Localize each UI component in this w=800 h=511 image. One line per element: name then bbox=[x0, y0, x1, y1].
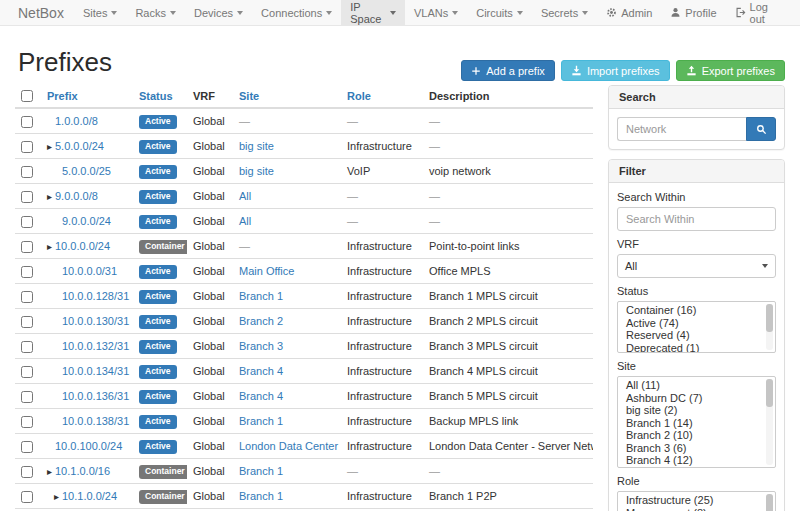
prefix-link[interactable]: 9.0.0.0/24 bbox=[62, 215, 111, 227]
select-all-checkbox[interactable] bbox=[21, 90, 33, 102]
nav-item-vlans[interactable]: VLANs bbox=[405, 0, 467, 25]
prefix-link[interactable]: 10.0.0.128/31 bbox=[62, 290, 129, 302]
status-filter-listbox[interactable]: Container (16)Active (74)Reserved (4)Dep… bbox=[617, 301, 776, 353]
row-checkbox[interactable] bbox=[21, 391, 33, 403]
export-prefixes-button[interactable]: Export prefixes bbox=[676, 60, 785, 81]
row-checkbox[interactable] bbox=[21, 341, 33, 353]
scrollbar-thumb[interactable] bbox=[766, 379, 773, 407]
row-checkbox[interactable] bbox=[21, 316, 33, 328]
site-link[interactable]: Branch 4 bbox=[239, 390, 283, 402]
add-a-prefix-button[interactable]: Add a prefix bbox=[461, 60, 555, 81]
prefix-link[interactable]: 10.0.0.132/31 bbox=[62, 340, 129, 352]
row-select-cell bbox=[15, 209, 41, 234]
status-filter-option[interactable]: Reserved (4) bbox=[618, 329, 775, 342]
nav-item-admin[interactable]: Admin bbox=[597, 0, 661, 25]
site-link[interactable]: All bbox=[239, 190, 251, 202]
column-header-site[interactable]: Site bbox=[233, 85, 341, 108]
site-filter-option[interactable]: Ashburn DC (7) bbox=[618, 392, 775, 405]
site-filter-option[interactable]: Branch 1 (14) bbox=[618, 417, 775, 430]
prefix-link[interactable]: 10.0.0.0/24 bbox=[55, 240, 110, 252]
search-input[interactable] bbox=[617, 117, 746, 141]
nav-item-circuits[interactable]: Circuits bbox=[467, 0, 532, 25]
site-filter-option[interactable]: big site (2) bbox=[618, 404, 775, 417]
role-filter-option[interactable]: Management (8) bbox=[618, 507, 775, 511]
site-filter-option[interactable]: Branch 5 (7) bbox=[618, 467, 775, 469]
site-filter-option[interactable]: Branch 2 (10) bbox=[618, 429, 775, 442]
row-checkbox[interactable] bbox=[21, 191, 33, 203]
role-filter-option[interactable]: Infrastructure (25) bbox=[618, 494, 775, 507]
row-checkbox[interactable] bbox=[21, 116, 33, 128]
site-cell: Branch 3 bbox=[233, 334, 341, 359]
site-link[interactable]: Main Office bbox=[239, 265, 294, 277]
row-checkbox[interactable] bbox=[21, 416, 33, 428]
site-link[interactable]: big site bbox=[239, 165, 274, 177]
column-header-role[interactable]: Role bbox=[341, 85, 423, 108]
prefix-link[interactable]: 9.0.0.0/8 bbox=[55, 190, 98, 202]
search-within-input[interactable] bbox=[617, 207, 776, 231]
role-filter-listbox[interactable]: Infrastructure (25)Management (8)Private… bbox=[617, 491, 776, 511]
site-cell: All bbox=[233, 184, 341, 209]
nav-item-devices[interactable]: Devices bbox=[185, 0, 252, 25]
site-link[interactable]: Branch 1 bbox=[239, 415, 283, 427]
scrollbar-thumb[interactable] bbox=[766, 304, 773, 332]
status-filter-option[interactable]: Active (74) bbox=[618, 317, 775, 330]
site-filter-listbox[interactable]: All (11)Ashburn DC (7)big site (2)Branch… bbox=[617, 376, 776, 468]
import-prefixes-button[interactable]: Import prefixes bbox=[561, 60, 670, 81]
nav-item-label: VLANs bbox=[414, 7, 448, 19]
site-link[interactable]: Branch 3 bbox=[239, 340, 283, 352]
nav-item-sites[interactable]: Sites bbox=[74, 0, 126, 25]
row-checkbox[interactable] bbox=[21, 441, 33, 453]
description-cell: voip network bbox=[423, 159, 593, 184]
prefix-link[interactable]: 1.0.0.0/8 bbox=[55, 115, 98, 127]
vrf-label: VRF bbox=[617, 238, 776, 250]
column-header-prefix[interactable]: Prefix bbox=[41, 85, 133, 108]
prefix-link[interactable]: 10.1.0.0/24 bbox=[62, 490, 117, 502]
row-checkbox[interactable] bbox=[21, 466, 33, 478]
status-badge: Container bbox=[139, 465, 187, 479]
nav-item-secrets[interactable]: Secrets bbox=[532, 0, 597, 25]
status-badge: Active bbox=[139, 290, 177, 304]
site-link[interactable]: Branch 2 bbox=[239, 315, 283, 327]
site-link[interactable]: Branch 1 bbox=[239, 490, 283, 502]
brand[interactable]: NetBox bbox=[8, 0, 74, 25]
status-filter-option[interactable]: Deprecated (1) bbox=[618, 342, 775, 354]
nav-item-connections[interactable]: Connections bbox=[252, 0, 341, 25]
row-checkbox[interactable] bbox=[21, 366, 33, 378]
search-button[interactable] bbox=[746, 117, 776, 141]
row-checkbox[interactable] bbox=[21, 166, 33, 178]
prefix-link[interactable]: 5.0.0.0/25 bbox=[62, 165, 111, 177]
column-header-status[interactable]: Status bbox=[133, 85, 187, 108]
prefix-link[interactable]: 10.0.0.138/31 bbox=[62, 415, 129, 427]
row-checkbox[interactable] bbox=[21, 241, 33, 253]
table-header-row: PrefixStatusVRFSiteRoleDescription bbox=[15, 85, 593, 108]
site-link[interactable]: Branch 1 bbox=[239, 290, 283, 302]
vrf-select[interactable]: All bbox=[617, 254, 776, 278]
prefix-link[interactable]: 10.0.100.0/24 bbox=[55, 440, 122, 452]
prefix-link[interactable]: 10.0.0.0/31 bbox=[62, 265, 117, 277]
row-checkbox[interactable] bbox=[21, 216, 33, 228]
prefix-link[interactable]: 10.0.0.136/31 bbox=[62, 390, 129, 402]
prefix-link[interactable]: 5.0.0.0/24 bbox=[55, 140, 104, 152]
row-checkbox[interactable] bbox=[21, 266, 33, 278]
site-filter-option[interactable]: Branch 3 (6) bbox=[618, 442, 775, 455]
status-filter-option[interactable]: Container (16) bbox=[618, 304, 775, 317]
row-checkbox[interactable] bbox=[21, 491, 33, 503]
site-link[interactable]: Branch 1 bbox=[239, 465, 283, 477]
prefix-link[interactable]: 10.0.0.134/31 bbox=[62, 365, 129, 377]
row-checkbox[interactable] bbox=[21, 141, 33, 153]
site-link[interactable]: All bbox=[239, 215, 251, 227]
nav-item-ip-space[interactable]: IP Space bbox=[341, 0, 405, 25]
row-checkbox[interactable] bbox=[21, 291, 33, 303]
nav-item-racks[interactable]: Racks bbox=[126, 0, 185, 25]
site-link[interactable]: Branch 4 bbox=[239, 365, 283, 377]
scrollbar-thumb[interactable] bbox=[766, 494, 773, 511]
site-link[interactable]: big site bbox=[239, 140, 274, 152]
prefix-link[interactable]: 10.1.0.0/16 bbox=[55, 465, 110, 477]
site-link[interactable]: London Data Center bbox=[239, 440, 338, 452]
site-filter-option[interactable]: Branch 4 (12) bbox=[618, 454, 775, 467]
nav-item-profile[interactable]: Profile bbox=[661, 0, 725, 25]
nav-item-log-out[interactable]: Log out bbox=[726, 0, 792, 25]
site-filter-option[interactable]: All (11) bbox=[618, 379, 775, 392]
prefix-link[interactable]: 10.0.0.130/31 bbox=[62, 315, 129, 327]
vrf-select-value: All bbox=[625, 260, 637, 272]
